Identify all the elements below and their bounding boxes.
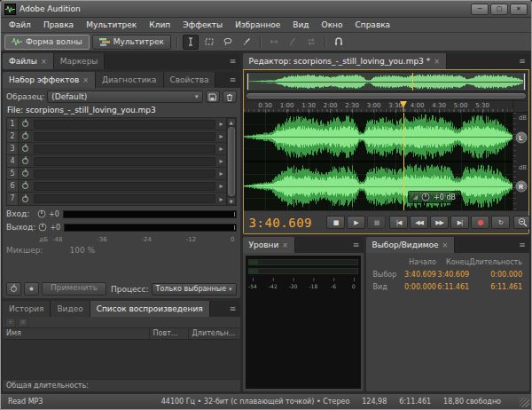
slot-insert-area[interactable] xyxy=(34,194,215,203)
close-icon[interactable]: × xyxy=(434,58,440,66)
apply-button[interactable]: Применить xyxy=(42,282,106,296)
lasso-selection-tool-button[interactable] xyxy=(220,35,236,50)
slot-insert-area[interactable] xyxy=(34,170,215,178)
tab-playlist[interactable]: Список воспроизведения xyxy=(90,301,210,317)
slot-menu-icon[interactable]: ▸ xyxy=(217,182,226,190)
effects-power-button[interactable] xyxy=(6,282,21,296)
hud-volume-value[interactable]: +0 dB xyxy=(434,193,456,201)
right-channel-button[interactable]: R xyxy=(515,180,527,192)
power-icon[interactable] xyxy=(22,133,28,139)
fast-forward-button[interactable]: ▶▶ xyxy=(430,216,449,229)
close-icon[interactable]: × xyxy=(282,241,288,249)
record-button[interactable]: ● xyxy=(471,216,489,229)
menu-view[interactable]: Вид xyxy=(286,19,315,31)
tab-editor[interactable]: Редактор: scorpions_-_still_loving_you.m… xyxy=(243,53,447,69)
panel-menu-icon[interactable]: ≡ xyxy=(515,237,529,253)
close-button[interactable]: ✕ xyxy=(510,4,528,15)
scroll-up-icon[interactable]: ▲ xyxy=(227,118,236,126)
menu-help[interactable]: Справка xyxy=(348,19,396,31)
loop-playback-button[interactable]: ↻ xyxy=(491,216,510,229)
delete-preset-button[interactable] xyxy=(223,91,237,103)
tab-properties[interactable]: Свойства xyxy=(164,72,216,88)
hud-drag-icon[interactable]: ◢ xyxy=(413,193,418,201)
output-gain-value[interactable]: +0 xyxy=(50,224,61,232)
process-select[interactable]: Только выбранные ▾ xyxy=(152,283,237,296)
slot-menu-icon[interactable]: ▸ xyxy=(217,157,226,165)
tab-markers[interactable]: Маркеры xyxy=(54,53,106,69)
panel-menu-icon[interactable]: ≡ xyxy=(226,53,240,69)
panel-menu-icon[interactable]: ≡ xyxy=(226,301,240,317)
playlist-options-icon[interactable]: ≡ xyxy=(18,318,28,327)
slot-insert-area[interactable] xyxy=(34,132,215,141)
save-preset-button[interactable] xyxy=(206,91,220,103)
selection-duration[interactable]: 0:00.000 xyxy=(469,271,522,279)
menu-effects[interactable]: Эффекты xyxy=(176,19,229,31)
snap-toggle-button[interactable] xyxy=(331,35,347,50)
power-icon[interactable] xyxy=(22,158,28,164)
title-bar[interactable]: Adobe Audition ─ ▢ ✕ xyxy=(1,1,531,18)
playhead-handle[interactable] xyxy=(400,101,407,107)
playlist-list[interactable] xyxy=(3,340,240,379)
menu-clip[interactable]: Клип xyxy=(143,19,176,31)
waveform-view-button[interactable]: Форма волны xyxy=(4,35,90,50)
paintbrush-tool-button[interactable] xyxy=(239,35,254,50)
overview-right-handle[interactable] xyxy=(523,73,526,91)
close-icon[interactable]: × xyxy=(82,76,89,84)
menu-file[interactable]: Файл xyxy=(3,19,37,31)
amplitude-ruler[interactable]: dB dB L R xyxy=(512,113,528,210)
slot-menu-icon[interactable]: ▸ xyxy=(217,120,226,128)
horizontal-zoom-scrollbar[interactable] xyxy=(246,92,527,99)
pause-button[interactable]: ▮▮ xyxy=(367,216,386,229)
effect-slot[interactable]: 2▸ xyxy=(7,130,226,143)
menu-favorites[interactable]: Избранное xyxy=(229,19,286,31)
menu-edit[interactable]: Правка xyxy=(37,19,80,31)
power-icon[interactable] xyxy=(22,146,28,152)
slot-menu-icon[interactable]: ▸ xyxy=(217,132,226,140)
slot-insert-area[interactable] xyxy=(34,182,215,191)
resize-grip[interactable] xyxy=(520,398,529,407)
volume-knob-icon[interactable] xyxy=(421,193,430,201)
menu-multitrack[interactable]: Мультитрек xyxy=(80,19,143,31)
view-duration[interactable]: 6:11.461 xyxy=(469,283,522,291)
waveform-overview[interactable] xyxy=(246,72,527,91)
output-gain-knob-icon[interactable] xyxy=(38,223,47,232)
power-icon[interactable] xyxy=(22,170,28,177)
razor-tool-button[interactable] xyxy=(285,35,301,50)
time-selection-tool-button[interactable] xyxy=(183,35,199,50)
tab-selection-view[interactable]: Выбор/Видимое × xyxy=(366,237,456,253)
view-start[interactable]: 0:00.000 xyxy=(403,283,436,291)
view-end[interactable]: 6:11.461 xyxy=(436,283,469,291)
minimize-button[interactable]: ─ xyxy=(471,4,489,15)
rewind-button[interactable]: ◀◀ xyxy=(410,216,428,229)
overview-left-handle[interactable] xyxy=(246,73,249,91)
column-duration[interactable]: Длительн... xyxy=(189,328,240,339)
slots-scrollbar[interactable]: ▲ ▼ xyxy=(226,118,236,205)
effect-slot[interactable]: 3▸ xyxy=(7,143,226,155)
tab-video[interactable]: Видео xyxy=(51,301,90,317)
zoom-scrollbar-thumb[interactable] xyxy=(246,93,526,99)
scroll-down-icon[interactable]: ▼ xyxy=(227,197,236,205)
playlist-add-icon[interactable]: + xyxy=(5,318,16,327)
power-icon[interactable] xyxy=(22,121,28,127)
effect-slot[interactable]: 7▸ xyxy=(7,193,226,205)
slot-menu-icon[interactable]: ▸ xyxy=(217,195,226,203)
playhead-line[interactable] xyxy=(403,113,404,210)
selection-end[interactable]: 3:40.609 xyxy=(436,271,469,279)
time-display[interactable]: 3:40.609 xyxy=(249,216,312,230)
preset-select[interactable]: (Default) ▾ xyxy=(47,91,202,103)
effects-prepost-button[interactable] xyxy=(24,282,39,296)
scrollbar-thumb[interactable] xyxy=(228,127,235,196)
volume-hud[interactable]: ◢ +0 dB xyxy=(408,191,461,203)
timeline-ruler[interactable]: 0:30 1:00 1:30 2:00 2:30 3:00 3:30 4:00 … xyxy=(244,100,528,113)
stop-button[interactable]: ■ xyxy=(326,216,345,229)
tab-levels[interactable]: Уровни × xyxy=(243,237,295,253)
power-icon[interactable] xyxy=(22,183,28,189)
menu-window[interactable]: Окно xyxy=(316,19,349,31)
marquee-selection-tool-button[interactable] xyxy=(201,35,217,50)
effect-slot[interactable]: 1▸ xyxy=(7,118,226,130)
left-channel-button[interactable]: L xyxy=(515,131,527,143)
slip-tool-button[interactable] xyxy=(303,35,319,50)
selection-start[interactable]: 3:40.609 xyxy=(403,271,436,279)
maximize-button[interactable]: ▢ xyxy=(490,4,508,15)
tab-effects-rack[interactable]: Набор эффектов × xyxy=(3,72,96,88)
